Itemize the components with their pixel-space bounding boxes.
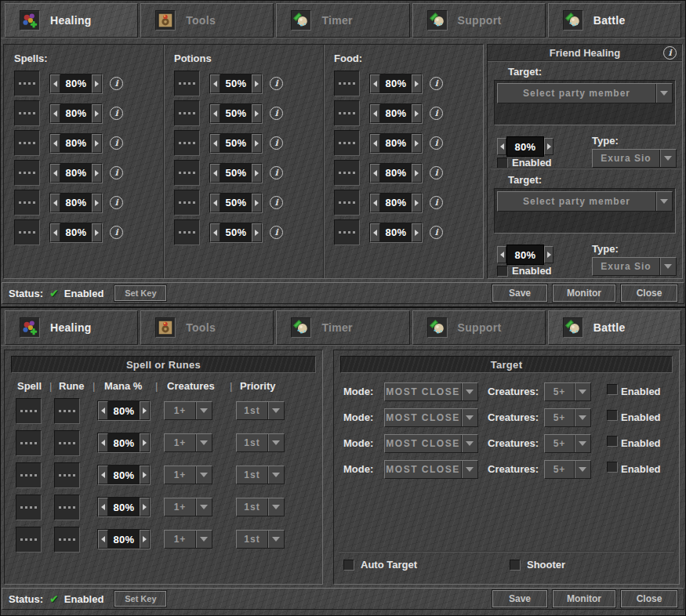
- increment-button[interactable]: [544, 246, 554, 263]
- dropdown-arrow[interactable]: [267, 434, 284, 451]
- auto-target-checkbox[interactable]: [343, 560, 354, 571]
- tab-timer[interactable]: Timer: [276, 310, 409, 345]
- info-icon[interactable]: i: [270, 166, 283, 179]
- dropdown-arrow[interactable]: [574, 409, 590, 426]
- mode-dropdown[interactable]: MOST CLOSE: [384, 408, 478, 427]
- info-icon[interactable]: i: [110, 107, 123, 120]
- party-member-dropdown[interactable]: Select party member: [497, 83, 673, 103]
- dropdown-arrow[interactable]: [267, 498, 284, 516]
- info-icon[interactable]: i: [663, 46, 677, 60]
- enabled-checkbox[interactable]: [607, 384, 618, 395]
- item-slot[interactable]: [14, 219, 40, 245]
- tab-support[interactable]: Support: [412, 3, 546, 38]
- increment-button[interactable]: [252, 164, 262, 183]
- tab-tools[interactable]: Tools: [140, 310, 274, 345]
- creatures-dropdown[interactable]: 5+: [544, 434, 591, 453]
- increment-button[interactable]: [140, 433, 150, 452]
- dropdown-arrow[interactable]: [267, 466, 284, 484]
- decrement-button[interactable]: [50, 164, 60, 183]
- increment-button[interactable]: [412, 104, 422, 123]
- item-slot[interactable]: [334, 130, 360, 156]
- increment-button[interactable]: [92, 223, 102, 242]
- dropdown-arrow[interactable]: [195, 498, 212, 516]
- dropdown-arrow[interactable]: [461, 409, 477, 426]
- increment-button[interactable]: [252, 223, 262, 242]
- spell-slot[interactable]: [16, 495, 42, 520]
- dropdown-arrow[interactable]: [195, 434, 212, 451]
- decrement-button[interactable]: [497, 138, 506, 155]
- enabled-checkbox[interactable]: [607, 462, 618, 473]
- monitor-button[interactable]: Monitor: [553, 284, 615, 302]
- mode-dropdown[interactable]: MOST CLOSE: [384, 434, 478, 453]
- tab-healing[interactable]: Healing: [5, 3, 138, 38]
- info-icon[interactable]: i: [270, 107, 283, 120]
- info-icon[interactable]: i: [430, 77, 443, 90]
- increment-button[interactable]: [412, 223, 422, 242]
- info-icon[interactable]: i: [430, 107, 443, 120]
- spell-slot[interactable]: [16, 527, 42, 553]
- dropdown-arrow[interactable]: [267, 402, 284, 419]
- decrement-button[interactable]: [98, 401, 108, 420]
- dropdown-arrow[interactable]: [574, 435, 590, 452]
- dropdown-arrow[interactable]: [461, 461, 477, 478]
- set-key-button[interactable]: Set Key: [114, 591, 166, 607]
- enabled-checkbox[interactable]: [607, 436, 618, 447]
- tab-battle[interactable]: Battle: [548, 310, 681, 345]
- close-button[interactable]: Close: [621, 590, 677, 607]
- increment-button[interactable]: [252, 134, 262, 153]
- tab-healing[interactable]: Healing: [5, 310, 138, 345]
- party-member-dropdown[interactable]: Select party member: [497, 191, 673, 212]
- info-icon[interactable]: i: [270, 226, 283, 239]
- increment-button[interactable]: [140, 530, 150, 549]
- creatures-dropdown[interactable]: 5+: [544, 408, 591, 427]
- rune-slot[interactable]: [54, 462, 80, 488]
- info-icon[interactable]: i: [110, 77, 123, 90]
- item-slot[interactable]: [174, 100, 200, 126]
- decrement-button[interactable]: [50, 104, 60, 123]
- creatures-dropdown[interactable]: 5+: [544, 460, 591, 479]
- info-icon[interactable]: i: [110, 196, 123, 209]
- enabled-checkbox[interactable]: [607, 410, 618, 421]
- tab-support[interactable]: Support: [412, 310, 546, 345]
- decrement-button[interactable]: [370, 134, 380, 153]
- item-slot[interactable]: [334, 160, 360, 186]
- enabled-checkbox[interactable]: [497, 158, 508, 168]
- heal-type-dropdown[interactable]: Exura Sio: [592, 257, 677, 276]
- mode-dropdown[interactable]: MOST CLOSE: [384, 460, 478, 479]
- creatures-dropdown[interactable]: 1+: [164, 530, 212, 549]
- info-icon[interactable]: i: [430, 196, 443, 209]
- set-key-button[interactable]: Set Key: [114, 285, 166, 301]
- increment-button[interactable]: [252, 104, 262, 123]
- tab-battle[interactable]: Battle: [548, 3, 681, 38]
- item-slot[interactable]: [334, 100, 360, 126]
- dropdown-arrow[interactable]: [655, 192, 672, 211]
- increment-button[interactable]: [412, 194, 422, 212]
- item-slot[interactable]: [334, 190, 360, 216]
- increment-button[interactable]: [140, 466, 150, 484]
- info-icon[interactable]: i: [430, 226, 443, 239]
- info-icon[interactable]: i: [110, 166, 123, 179]
- item-slot[interactable]: [14, 71, 40, 96]
- dropdown-arrow[interactable]: [195, 402, 212, 419]
- rune-slot[interactable]: [54, 430, 80, 456]
- increment-button[interactable]: [252, 74, 262, 93]
- decrement-button[interactable]: [210, 134, 220, 153]
- decrement-button[interactable]: [50, 134, 60, 153]
- decrement-button[interactable]: [497, 246, 506, 263]
- item-slot[interactable]: [334, 219, 360, 245]
- priority-dropdown[interactable]: 1st: [236, 401, 285, 420]
- info-icon[interactable]: i: [270, 196, 283, 209]
- increment-button[interactable]: [92, 134, 102, 153]
- enabled-checkbox[interactable]: [497, 266, 508, 277]
- info-icon[interactable]: i: [430, 136, 443, 150]
- increment-button[interactable]: [252, 194, 262, 212]
- decrement-button[interactable]: [210, 164, 220, 183]
- increment-button[interactable]: [140, 401, 150, 420]
- dropdown-arrow[interactable]: [461, 383, 477, 400]
- increment-button[interactable]: [412, 164, 422, 183]
- info-icon[interactable]: i: [270, 77, 283, 90]
- save-button[interactable]: Save: [492, 590, 547, 607]
- spell-slot[interactable]: [16, 430, 42, 456]
- shooter-checkbox[interactable]: [510, 560, 521, 571]
- increment-button[interactable]: [92, 164, 102, 183]
